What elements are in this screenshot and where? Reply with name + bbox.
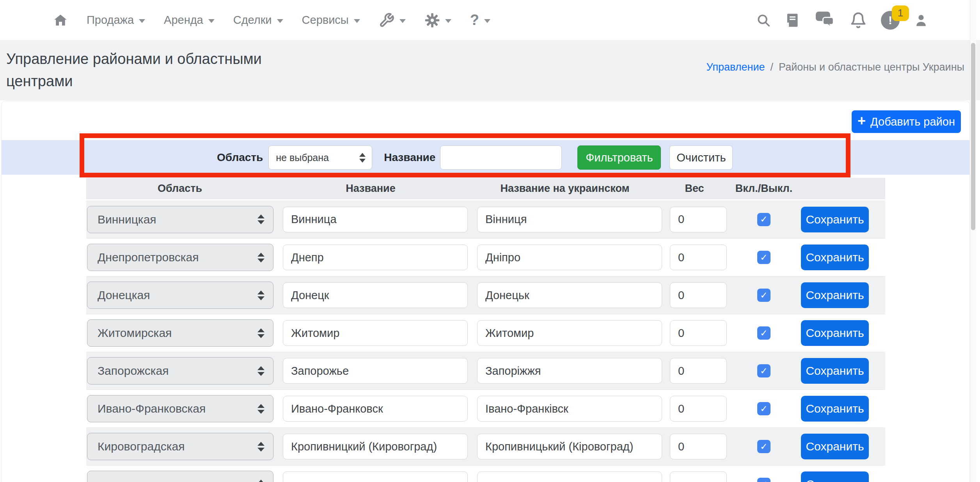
row-enabled-checkbox[interactable]: ✓ (757, 326, 771, 340)
select-arrows-icon (257, 480, 265, 482)
row-save-button[interactable]: Сохранить (801, 320, 869, 346)
chevron-down-icon (399, 19, 406, 23)
row-name-ua-input[interactable] (477, 245, 662, 270)
row-name-input[interactable] (283, 207, 468, 232)
row-name-ua-input[interactable] (477, 207, 662, 232)
check-icon: ✓ (760, 404, 767, 414)
row-weight-input[interactable] (670, 434, 727, 459)
add-district-button[interactable]: + Добавить район (852, 110, 961, 133)
row-enabled-checkbox[interactable]: ✓ (757, 402, 771, 415)
table-header-row: Область Название Название на украинском … (86, 178, 885, 199)
row-name-ua-input[interactable] (477, 434, 662, 459)
nav-menu-tools[interactable] (379, 12, 406, 28)
select-arrows-icon (257, 253, 265, 262)
row-name-input[interactable] (283, 245, 468, 270)
table-row: Ивано-Франковская ✓ Сохранить (86, 390, 885, 427)
row-name-ua-input[interactable] (477, 396, 662, 422)
row-region-value: Житомирская (98, 326, 172, 340)
breadcrumb-link[interactable]: Управление (706, 61, 765, 73)
home-icon[interactable] (53, 13, 68, 28)
nav-menu-rent[interactable]: Аренда (164, 14, 215, 27)
nav-menu-settings[interactable] (424, 12, 451, 28)
row-weight-input[interactable] (670, 471, 727, 482)
row-name-input[interactable] (283, 320, 468, 346)
nav-menu-deals[interactable]: Сделки (233, 14, 283, 27)
chevron-down-icon (208, 19, 215, 23)
row-name-input[interactable] (283, 396, 468, 422)
row-enabled-cell: ✓ (727, 364, 801, 377)
row-enabled-checkbox[interactable]: ✓ (757, 364, 771, 377)
row-enabled-cell: ✓ (727, 289, 801, 302)
row-enabled-checkbox[interactable]: ✓ (757, 251, 771, 264)
clear-button[interactable]: Очистить (669, 145, 733, 170)
help-icon: ? (470, 12, 479, 28)
scrollbar-thumb[interactable] (971, 43, 975, 230)
row-region-select[interactable]: Кировоградская (87, 433, 273, 460)
filter-button[interactable]: Фильтровать (577, 145, 661, 170)
row-weight-input[interactable] (670, 396, 727, 422)
row-region-select[interactable]: Днепропетровская (87, 244, 273, 271)
row-region-select[interactable]: Ивано-Франковская (87, 395, 273, 422)
row-region-select[interactable]: Винницкая (87, 206, 273, 233)
filter-bar: Область не выбрана Название Фильтровать … (2, 140, 969, 175)
bell-icon[interactable] (850, 12, 867, 29)
journal-icon[interactable] (785, 12, 801, 29)
row-save-button[interactable]: Сохранить (801, 245, 869, 270)
select-arrows-icon (257, 214, 265, 224)
row-region-select[interactable]: Донецкая (87, 282, 273, 309)
nav-menu-sales[interactable]: Продажа (87, 14, 145, 27)
table-row: Винницкая ✓ Сохранить (86, 200, 885, 238)
filter-region-select[interactable]: не выбрана (268, 145, 372, 170)
row-name-input[interactable] (283, 282, 468, 308)
check-icon: ✓ (760, 214, 767, 225)
column-header-name: Название (273, 183, 468, 195)
row-region-select[interactable] (87, 471, 273, 482)
row-name-ua-input[interactable] (477, 471, 662, 482)
row-name-input[interactable] (283, 434, 468, 459)
scrollbar-track (970, 0, 976, 482)
user-icon[interactable] (914, 13, 929, 28)
search-icon[interactable] (756, 13, 771, 28)
row-weight-input[interactable] (670, 282, 727, 308)
row-enabled-cell: ✓ (727, 402, 801, 415)
chat-icon[interactable] (815, 11, 836, 30)
table-row: Днепропетровская ✓ Сохранить (86, 238, 885, 276)
row-name-ua-input[interactable] (477, 358, 662, 384)
column-header-region: Область (86, 183, 273, 195)
row-weight-input[interactable] (670, 358, 727, 384)
row-enabled-cell: ✓ (727, 326, 801, 340)
row-name-input[interactable] (283, 471, 468, 482)
row-enabled-checkbox[interactable]: ✓ (757, 440, 771, 453)
row-weight-input[interactable] (670, 245, 727, 270)
row-save-button[interactable]: Сохранить (801, 358, 869, 384)
nav-menu-help[interactable]: ? (470, 12, 490, 28)
alerts-icon[interactable]: ! 1 (881, 11, 900, 30)
districts-table: Область Название Название на украинском … (86, 178, 885, 482)
row-enabled-checkbox[interactable]: ✓ (757, 213, 771, 226)
row-region-select[interactable]: Житомирская (87, 319, 273, 347)
row-enabled-checkbox[interactable]: ✓ (757, 478, 771, 482)
row-region-value: Донецкая (98, 289, 150, 302)
row-save-button[interactable]: Сохранить (801, 434, 869, 459)
row-weight-input[interactable] (670, 320, 727, 346)
nav-menu-services[interactable]: Сервисы (302, 14, 360, 27)
row-enabled-cell: ✓ (727, 213, 801, 226)
select-arrows-icon (257, 366, 265, 376)
plus-icon: + (858, 113, 866, 129)
row-weight-input[interactable] (670, 207, 727, 232)
row-name-ua-input[interactable] (477, 320, 662, 346)
row-save-button[interactable]: Сохранить (801, 207, 869, 232)
check-icon: ✓ (760, 441, 767, 452)
chevron-down-icon (354, 19, 360, 23)
table-row: Донецкая ✓ Сохранить (86, 276, 885, 314)
row-region-value: Днепропетровская (98, 251, 199, 264)
row-region-select[interactable]: Запорожская (87, 357, 273, 385)
row-enabled-checkbox[interactable]: ✓ (757, 289, 771, 302)
row-name-ua-input[interactable] (477, 282, 662, 308)
row-save-button[interactable]: Сохранить (801, 282, 869, 308)
row-save-button[interactable]: Сохранить (801, 471, 869, 482)
row-region-value: Винницкая (98, 213, 156, 226)
row-name-input[interactable] (283, 358, 468, 384)
row-save-button[interactable]: Сохранить (801, 396, 869, 422)
filter-name-input[interactable] (440, 145, 562, 170)
